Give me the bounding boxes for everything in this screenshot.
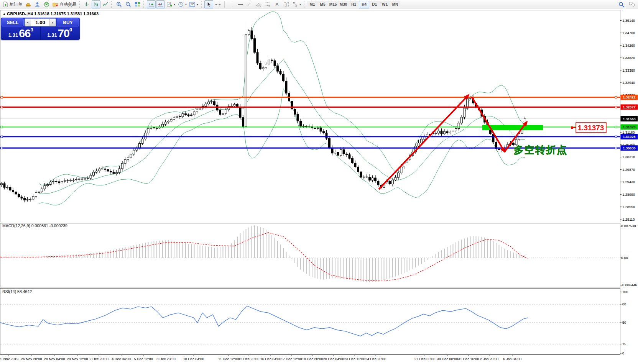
svg-text:12 Dec 20:00: 12 Dec 20:00: [238, 357, 260, 361]
chart-canvas[interactable]: 1.351401.347001.342601.338201.333801.329…: [0, 0, 638, 364]
vertical-line-button[interactable]: [227, 0, 235, 8]
trendline-button[interactable]: [245, 0, 254, 8]
volume-increase-button[interactable]: ▲: [49, 19, 56, 26]
toolbar-separator: [143, 1, 145, 8]
svg-text:16 Dec 04:00: 16 Dec 04:00: [260, 357, 281, 361]
svg-text:80: 80: [622, 302, 626, 306]
timeframe-button-m1[interactable]: M1: [307, 1, 317, 8]
toolbar-separator: [79, 1, 81, 8]
buy-price-big: 70: [58, 28, 69, 39]
macd-label: MACD(12,26,9) 0.000531 -0.000239: [2, 223, 67, 228]
svg-text:1.28990: 1.28990: [622, 193, 635, 197]
template-button[interactable]: ▾: [188, 0, 199, 8]
text-label-button[interactable]: T: [282, 0, 291, 8]
svg-text:1.33380: 1.33380: [622, 69, 635, 72]
auto-trading-label: 自动交易: [59, 2, 76, 7]
market-watch-button[interactable]: [24, 0, 33, 8]
cursor-icon: [206, 2, 212, 7]
svg-text:11 Dec 12:00: 11 Dec 12:00: [218, 357, 239, 361]
toolbar: 新订单 自动交易: [0, 0, 638, 9]
horizontal-line-button[interactable]: [236, 0, 245, 8]
text-icon: A: [274, 2, 280, 7]
svg-text:A: A: [276, 2, 279, 7]
annotation-text[interactable]: 多空转折点: [514, 144, 567, 156]
svg-text:1.34700: 1.34700: [622, 31, 635, 35]
svg-text:31 Dec 16:00: 31 Dec 16:00: [458, 357, 479, 361]
svg-text:17 Dec 12:00: 17 Dec 12:00: [281, 357, 302, 361]
tile-windows-button[interactable]: [133, 0, 142, 8]
bar-chart-button[interactable]: [82, 0, 91, 8]
svg-text:30 Dec 08:00: 30 Dec 08:00: [437, 357, 458, 361]
sell-button[interactable]: SELL: [2, 18, 24, 26]
svg-text:-0.006446: -0.006446: [621, 283, 637, 287]
line-chart-button[interactable]: [101, 0, 110, 8]
cursor-button[interactable]: [204, 0, 213, 8]
timeframe-button-d1[interactable]: D1: [369, 1, 380, 8]
svg-text:F: F: [268, 5, 270, 7]
fibonacci-button[interactable]: F: [263, 0, 272, 8]
fibonacci-icon: F: [265, 2, 271, 7]
svg-text:29 Nov 12:00: 29 Nov 12:00: [67, 357, 88, 361]
timeframe-button-h1[interactable]: H1: [349, 1, 359, 8]
svg-text:8 Dec 23:00: 8 Dec 23:00: [156, 357, 176, 361]
crosshair-button[interactable]: [214, 0, 222, 8]
timeframe-button-m30[interactable]: M30: [338, 1, 349, 8]
period-button[interactable]: ▾: [177, 0, 188, 8]
price-callout[interactable]: 1.31373: [571, 123, 606, 133]
buy-button[interactable]: BUY: [57, 18, 79, 26]
chart-shift-button[interactable]: [156, 0, 165, 8]
svg-text:1.31373: 1.31373: [623, 125, 635, 129]
chat-button[interactable]: [627, 0, 636, 8]
symbol-ohlc: 1.31618 1.31675 1.31581 1.31663: [34, 11, 99, 16]
buy-price[interactable]: 1.31 70 0: [41, 27, 79, 39]
chat-icon: [628, 2, 635, 7]
svg-text:1.34260: 1.34260: [622, 44, 635, 48]
rsi-label: RSI(14) 58.4642: [2, 289, 32, 294]
sell-price-big: 66: [19, 28, 30, 39]
navigator-button[interactable]: [42, 0, 51, 8]
volume-input[interactable]: [31, 19, 49, 26]
timeframe-button-m5[interactable]: M5: [317, 1, 328, 8]
timeframe-button-m15[interactable]: M15: [328, 1, 338, 8]
channel-button[interactable]: E: [254, 0, 263, 8]
auto-trading-button[interactable]: 自动交易: [51, 0, 77, 8]
svg-text:0: 0: [622, 351, 624, 355]
channel-icon: E: [256, 2, 261, 7]
candlestick-chart-button[interactable]: [92, 0, 100, 8]
svg-text:4 Dec 04:00: 4 Dec 04:00: [112, 357, 131, 361]
svg-text:0.00: 0.00: [621, 256, 628, 260]
text-button[interactable]: A: [273, 0, 281, 8]
mt4-window: 新订单 自动交易: [0, 0, 638, 364]
svg-text:1.31028: 1.31028: [623, 135, 635, 139]
svg-text:1.32077: 1.32077: [623, 105, 635, 109]
timeframe-button-h4[interactable]: H4: [359, 1, 369, 8]
profile-icon: [35, 2, 40, 7]
text-label-icon: T: [283, 2, 289, 7]
svg-text:6 Jan 04:00: 6 Jan 04:00: [503, 357, 521, 361]
new-order-button[interactable]: 新订单: [2, 0, 23, 8]
symbol-name: GBPUSD-,H4: [7, 11, 33, 16]
svg-text:2 Jan 20:00: 2 Jan 20:00: [480, 357, 498, 361]
data-window-button[interactable]: [33, 0, 42, 8]
timeframe-button-mn[interactable]: MN: [390, 1, 400, 8]
vertical-line-icon: [228, 2, 234, 7]
svg-text:0.007538: 0.007538: [621, 224, 636, 228]
arrows-button[interactable]: ▾: [291, 0, 302, 8]
one-click-trading-panel: SELL ▼ ▲ BUY 1.31 66 3 1.31 70 0: [1, 18, 80, 40]
buy-price-sup: 0: [69, 27, 72, 33]
zoom-out-button[interactable]: [124, 0, 133, 8]
timeframe-button-w1[interactable]: W1: [380, 1, 390, 8]
volume-decrease-button[interactable]: ▼: [25, 19, 31, 26]
zoom-in-button[interactable]: [115, 0, 123, 8]
svg-text:E: E: [260, 5, 261, 7]
auto-scroll-button[interactable]: [147, 0, 156, 8]
new-chart-button[interactable]: ▾: [165, 0, 176, 8]
sell-price[interactable]: 1.31 66 3: [2, 27, 41, 39]
svg-text:1.29430: 1.29430: [622, 180, 635, 184]
svg-text:5 Dec 12:00: 5 Dec 12:00: [134, 357, 153, 361]
gold-icon: [25, 2, 31, 7]
new-order-icon: [3, 2, 8, 7]
svg-text:26 Nov 20:00: 26 Nov 20:00: [21, 357, 42, 361]
candlestick-icon: [93, 2, 99, 7]
search-button[interactable]: [617, 0, 626, 8]
